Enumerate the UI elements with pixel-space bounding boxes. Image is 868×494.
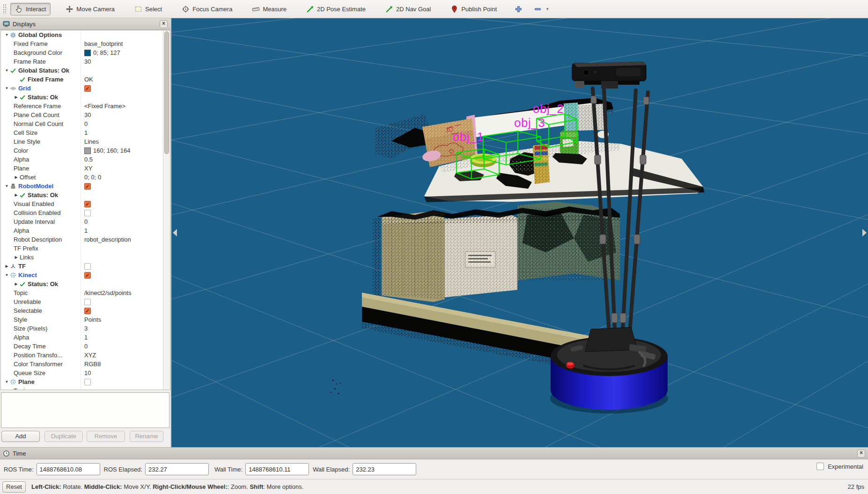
expand-arrow-icon[interactable]: ▶ bbox=[13, 280, 19, 288]
tree-row-value[interactable]: RGB8 bbox=[81, 360, 163, 369]
tree-row-value[interactable]: 0.5 bbox=[81, 155, 163, 164]
wall-elapsed-field[interactable] bbox=[353, 463, 416, 475]
tree-row-value[interactable]: XY bbox=[81, 164, 163, 173]
add-tool-button[interactable] bbox=[512, 3, 525, 15]
interact-button[interactable]: Interact bbox=[10, 3, 51, 15]
tree-row-kinect[interactable]: ▼Kinect bbox=[1, 271, 163, 280]
add-button[interactable]: Add bbox=[1, 431, 40, 442]
tree-row-value[interactable] bbox=[81, 262, 163, 271]
tree-row-fixed-frame[interactable]: Fixed FrameOK bbox=[1, 75, 163, 84]
tree-row-global-status-ok[interactable]: ▼Global Status: Ok bbox=[1, 66, 163, 75]
checkbox-checked[interactable] bbox=[84, 272, 91, 279]
tree-row-frame-rate[interactable]: Frame Rate30 bbox=[1, 57, 163, 66]
tree-row-value[interactable]: 1 bbox=[81, 333, 163, 342]
tree-row-value[interactable] bbox=[81, 244, 163, 253]
tree-row-line-style[interactable]: Line StyleLines bbox=[1, 137, 163, 146]
tree-row-value[interactable]: <Fixed Frame> bbox=[81, 102, 163, 111]
publish-point-button[interactable]: Publish Point bbox=[446, 3, 501, 15]
expand-arrow-icon[interactable]: ▶ bbox=[13, 93, 19, 102]
tree-row-plane[interactable]: ▼Plane bbox=[1, 377, 163, 386]
tree-row-reference-frame[interactable]: Reference Frame<Fixed Frame> bbox=[1, 102, 163, 111]
tree-row-unreliable[interactable]: Unreliable bbox=[1, 297, 163, 306]
tree-row-robot-description[interactable]: Robot Descriptionrobot_description bbox=[1, 235, 163, 244]
expand-arrow-icon[interactable]: ▶ bbox=[4, 262, 10, 271]
tree-row-robotmodel[interactable]: ▼RobotModel bbox=[1, 182, 163, 191]
tree-row-value[interactable]: base_footprint bbox=[81, 39, 163, 48]
tree-row-value[interactable] bbox=[81, 297, 163, 306]
tree-row-value[interactable] bbox=[81, 377, 163, 386]
checkbox-checked[interactable] bbox=[84, 308, 91, 314]
collapse-arrow-icon[interactable]: ▼ bbox=[4, 30, 10, 39]
tree-row-value[interactable] bbox=[81, 30, 163, 39]
tree-row-value[interactable]: 1 bbox=[81, 226, 163, 235]
tree-row-value[interactable]: 0; 0; 0 bbox=[81, 173, 163, 182]
tree-row-collision-enabled[interactable]: Collision Enabled bbox=[1, 208, 163, 217]
tree-row-offset[interactable]: ▶Offset0; 0; 0 bbox=[1, 173, 163, 182]
collapse-arrow-icon[interactable]: ▼ bbox=[4, 84, 10, 93]
expand-arrow-icon[interactable]: ▶ bbox=[13, 253, 19, 262]
tree-row-value[interactable]: 160; 160; 164 bbox=[81, 146, 163, 155]
tree-row-color[interactable]: Color160; 160; 164 bbox=[1, 146, 163, 155]
checkbox-checked[interactable] bbox=[84, 183, 91, 190]
tree-row-global-options[interactable]: ▼Global Options bbox=[1, 30, 163, 39]
tree-row-decay-time[interactable]: Decay Time0 bbox=[1, 342, 163, 351]
tree-row-update-interval[interactable]: Update Interval0 bbox=[1, 217, 163, 226]
tree-row-value[interactable]: 3 bbox=[81, 324, 163, 333]
tree-row-value[interactable] bbox=[81, 199, 163, 208]
select-button[interactable]: Select bbox=[130, 3, 167, 15]
left-splitter-arrow-icon[interactable] bbox=[173, 229, 177, 236]
tree-row-queue-size[interactable]: Queue Size10 bbox=[1, 369, 163, 377]
collapse-arrow-icon[interactable]: ▼ bbox=[4, 271, 10, 280]
checkbox-unchecked[interactable] bbox=[84, 379, 91, 385]
checkbox-unchecked[interactable] bbox=[84, 263, 91, 270]
expand-arrow-icon[interactable]: ▶ bbox=[13, 173, 19, 182]
tree-row-alpha[interactable]: Alpha1 bbox=[1, 226, 163, 235]
checkbox-checked[interactable] bbox=[84, 201, 91, 207]
tree-row-color-transformer[interactable]: Color TransformerRGB8 bbox=[1, 360, 163, 369]
tree-row-value[interactable]: Lines bbox=[81, 137, 163, 146]
checkbox-unchecked[interactable] bbox=[84, 210, 91, 216]
tree-row-value[interactable]: robot_description bbox=[81, 235, 163, 244]
tree-row-status-ok[interactable]: ▶Status: Ok bbox=[1, 93, 163, 102]
tree-row-plane[interactable]: PlaneXY bbox=[1, 164, 163, 173]
displays-panel-header[interactable]: Displays × bbox=[0, 18, 170, 30]
right-splitter-arrow-icon[interactable] bbox=[862, 229, 867, 236]
move-camera-button[interactable]: Move Camera bbox=[61, 3, 119, 15]
close-icon[interactable]: × bbox=[160, 20, 168, 28]
tree-row-status-ok[interactable]: ▶Status: Ok bbox=[1, 280, 163, 288]
wall-time-field[interactable] bbox=[245, 463, 309, 475]
tree-row-status-ok[interactable]: ▶Status: Ok bbox=[1, 191, 163, 199]
tree-row-value[interactable]: 30 bbox=[81, 57, 163, 66]
tree-row-value[interactable]: XYZ bbox=[81, 351, 163, 360]
tree-row-position-transfo[interactable]: Position Transfo...XYZ bbox=[1, 351, 163, 360]
tree-row-value[interactable] bbox=[81, 306, 163, 315]
tree-row-background-color[interactable]: Background Color0; 85; 127 bbox=[1, 48, 163, 57]
tree-row-alpha[interactable]: Alpha1 bbox=[1, 333, 163, 342]
tree-row-value[interactable]: 0; 85; 127 bbox=[81, 48, 163, 57]
tree-row-size-pixels[interactable]: Size (Pixels)3 bbox=[1, 324, 163, 333]
collapse-arrow-icon[interactable]: ▼ bbox=[4, 66, 10, 75]
tree-row-selectable[interactable]: Selectable bbox=[1, 306, 163, 315]
checkbox-unchecked[interactable] bbox=[84, 299, 91, 305]
tree-row-value[interactable] bbox=[81, 93, 163, 102]
collapse-arrow-icon[interactable]: ▼ bbox=[4, 377, 10, 386]
collapse-arrow-icon[interactable]: ▼ bbox=[4, 182, 10, 191]
tree-row-topic[interactable]: Topic bbox=[1, 386, 163, 390]
tree-row-value[interactable]: 10 bbox=[81, 369, 163, 377]
tree-scrollbar[interactable] bbox=[163, 30, 170, 390]
tree-row-topic[interactable]: Topic/kinect2/sd/points bbox=[1, 288, 163, 297]
toolbar-grip-icon[interactable] bbox=[3, 4, 7, 14]
tree-row-value[interactable]: Points bbox=[81, 315, 163, 324]
tree-row-links[interactable]: ▶Links bbox=[1, 253, 163, 262]
render-viewport[interactable]: JD bbox=[171, 18, 868, 447]
tree-row-value[interactable] bbox=[81, 271, 163, 280]
tree-row-value[interactable]: 30 bbox=[81, 111, 163, 119]
tree-row-value[interactable] bbox=[81, 84, 163, 93]
tree-row-value[interactable]: 0 bbox=[81, 217, 163, 226]
tree-row-value[interactable] bbox=[81, 208, 163, 217]
dropdown-caret-icon[interactable]: ▼ bbox=[545, 7, 549, 11]
tree-row-value[interactable] bbox=[81, 66, 163, 75]
tree-row-tf[interactable]: ▶TF bbox=[1, 262, 163, 271]
ros-time-field[interactable] bbox=[37, 463, 100, 475]
tree-row-cell-size[interactable]: Cell Size1 bbox=[1, 128, 163, 137]
